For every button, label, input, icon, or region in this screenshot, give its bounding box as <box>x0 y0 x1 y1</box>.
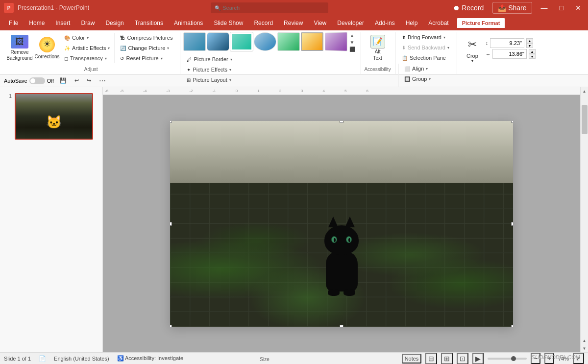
width-up-button[interactable]: ▲ <box>529 49 536 54</box>
compress-label: Compress Pictures <box>127 35 172 41</box>
undo-qa-button[interactable]: ↩ <box>73 76 81 85</box>
corrections-button[interactable]: ☀ Corrections <box>34 32 60 64</box>
alt-text-button[interactable]: 📝 AltText <box>367 32 389 64</box>
slide-canvas[interactable] <box>170 121 513 327</box>
gallery-down-arrow[interactable]: ▼ <box>348 39 357 46</box>
menu-insert[interactable]: Insert <box>50 18 75 28</box>
scroll-down-arrow-top[interactable]: ▲ <box>581 337 588 344</box>
menu-draw[interactable]: Draw <box>76 18 99 28</box>
send-backward-button[interactable]: ⬇ Send Backward ▾ <box>398 43 453 52</box>
handle-tl[interactable] <box>170 121 172 123</box>
canvas-scroll-area: -6 -5 -4 -3 -2 -1 0 1 2 3 4 5 6 <box>103 87 588 352</box>
app-title: Presentation1 - PowerPoint <box>18 4 89 11</box>
zoom-thumb[interactable] <box>511 356 516 361</box>
gallery-more-arrow[interactable]: ⬛ <box>348 46 357 52</box>
group-button[interactable]: 🔲 Group ▾ <box>401 74 435 84</box>
height-input[interactable] <box>490 38 524 48</box>
compress-pictures-button[interactable]: 🗜 Compress Pictures <box>117 33 176 43</box>
autosave-toggle[interactable] <box>29 77 45 84</box>
menu-animations[interactable]: Animations <box>169 18 208 28</box>
menu-addins[interactable]: Add-ins <box>370 18 400 28</box>
size-group-label: Size <box>0 355 559 362</box>
picture-layout-label: Picture Layout <box>193 77 227 83</box>
artistic-effects-button[interactable]: ✨ Artistic Effects ▾ <box>61 43 113 53</box>
menu-picture-format[interactable]: Picture Format <box>457 18 506 28</box>
width-input[interactable] <box>492 49 527 59</box>
change-picture-button[interactable]: 🔄 Change Picture ▾ <box>117 43 176 53</box>
width-icon: ↔ <box>486 51 490 57</box>
color-dropdown-arrow: ▾ <box>87 36 89 40</box>
slide-number-1: 1 <box>4 93 12 99</box>
transparency-dropdown-arrow: ▾ <box>105 56 107 61</box>
menu-file[interactable]: File <box>4 18 23 28</box>
selection-pane-button[interactable]: 📋 Selection Pane <box>398 53 453 63</box>
style-6[interactable] <box>301 32 323 51</box>
scroll-up-arrow[interactable]: ▲ <box>581 87 588 95</box>
style-1[interactable] <box>183 32 206 51</box>
ribbon-group-picture-styles: ▲ ▼ ⬛ 🖊 Picture Border ▾ ✦ Picture Effec… <box>181 32 361 74</box>
title-bar-center: 🔍 <box>211 2 328 13</box>
artistic-effects-label: Artistic Effects <box>72 45 106 51</box>
menu-design[interactable]: Design <box>100 18 128 28</box>
picture-layout-button[interactable]: ⊞ Picture Layout ▾ <box>183 75 235 85</box>
menu-record[interactable]: Record <box>249 18 278 28</box>
style-7[interactable] <box>325 32 347 51</box>
ruler-horizontal: -6 -5 -4 -3 -2 -1 0 1 2 3 4 5 6 <box>103 87 580 95</box>
transparency-button[interactable]: ◻ Transparency ▾ <box>61 53 113 63</box>
group-label: Group <box>412 76 427 82</box>
gallery-up-arrow[interactable]: ▲ <box>348 32 357 39</box>
zoom-slider[interactable] <box>488 358 527 360</box>
record-button[interactable]: ⏺ Record <box>450 3 487 13</box>
menu-slideshow[interactable]: Slide Show <box>209 18 248 28</box>
pe-dropdown: ▾ <box>229 68 231 72</box>
menu-help[interactable]: Help <box>401 18 423 28</box>
height-up-button[interactable]: ▲ <box>526 38 533 43</box>
handle-bm[interactable] <box>340 325 343 327</box>
menu-home[interactable]: Home <box>24 18 49 28</box>
selection-pane-label: Selection Pane <box>410 55 446 61</box>
menu-review[interactable]: Review <box>279 18 308 28</box>
handle-mr[interactable] <box>511 222 513 226</box>
menu-developer[interactable]: Developer <box>332 18 369 28</box>
style-4[interactable] <box>254 32 276 51</box>
scroll-down-arrow-bottom[interactable]: ▼ <box>581 344 588 352</box>
picture-effects-button[interactable]: ✦ Picture Effects ▾ <box>183 65 235 74</box>
slide-thumb-image-1: 🐱 <box>15 93 93 140</box>
picture-border-button[interactable]: 🖊 Picture Border ▾ <box>183 54 235 64</box>
handle-bl[interactable] <box>170 325 172 327</box>
slide-thumbnail-1[interactable]: 1 🐱 <box>2 91 100 142</box>
redo-qa-button[interactable]: ↪ <box>85 76 93 85</box>
share-button[interactable]: 📤 Share <box>492 2 532 14</box>
menu-view[interactable]: View <box>309 18 331 28</box>
align-button[interactable]: ⬜ Align ▾ <box>401 64 435 73</box>
width-down-button[interactable]: ▼ <box>529 54 536 59</box>
minimize-button[interactable]: — <box>538 3 551 13</box>
change-pic-dropdown: ▾ <box>167 46 169 50</box>
reset-picture-button[interactable]: ↺ Reset Picture ▾ <box>117 53 176 63</box>
qa-more[interactable]: ⋯ <box>97 76 108 86</box>
handle-br[interactable] <box>511 325 513 327</box>
color-button[interactable]: 🎨 Color ▾ <box>61 33 113 43</box>
handle-tm[interactable] <box>340 121 343 123</box>
cat-eye-right <box>346 236 352 243</box>
style-3[interactable] <box>230 32 253 51</box>
scroll-thumb[interactable] <box>582 105 588 134</box>
remove-background-button[interactable]: 🖼 RemoveBackground <box>6 32 33 64</box>
bring-forward-button[interactable]: ⬆ Bring Forward ▾ <box>398 32 453 42</box>
close-button[interactable]: ✕ <box>572 3 584 13</box>
style-5[interactable] <box>277 32 300 51</box>
height-down-button[interactable]: ▼ <box>526 43 533 48</box>
style-2[interactable] <box>207 32 229 51</box>
save-qa-button[interactable]: 💾 <box>58 76 69 85</box>
ribbon-group-size: ✂ Crop ▾ ↕ ▲ ▼ ↔ ▲ ▼ Size <box>458 32 539 74</box>
menu-acrobat[interactable]: Acrobat <box>423 18 453 28</box>
cat-head <box>324 225 359 255</box>
menu-transitions[interactable]: Transitions <box>130 18 168 28</box>
scrollbar-vertical[interactable]: ▲ ▲ ▼ <box>580 87 588 352</box>
handle-ml[interactable] <box>170 222 172 226</box>
crop-button[interactable]: ✂ Crop ▾ <box>460 34 485 66</box>
maximize-button[interactable]: □ <box>557 3 566 13</box>
search-input[interactable] <box>211 2 328 13</box>
corrections-label: Corrections <box>34 53 59 60</box>
handle-tr[interactable] <box>511 121 513 123</box>
